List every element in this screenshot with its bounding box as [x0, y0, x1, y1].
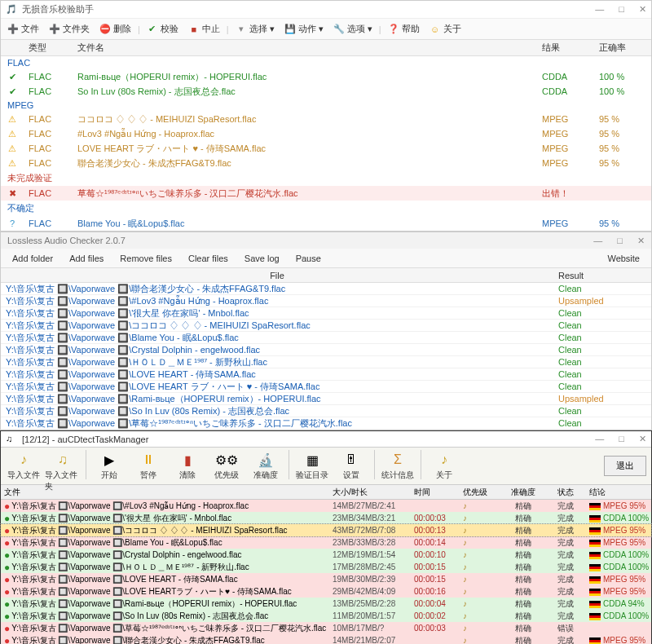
header-result[interactable]: 结果: [537, 42, 594, 54]
add-files-button[interactable]: Add files: [63, 252, 110, 265]
add-folder-button[interactable]: Add folder: [6, 252, 59, 265]
clear-icon: ▮: [178, 450, 197, 470]
cell-time: 00:00:03: [411, 624, 460, 633]
cell-name: Blame You - 眠&Lopu$.flac: [73, 218, 537, 230]
table-row[interactable]: Y:\音乐\复古 🔲\Vaporwave 🔲\聯合老漢少女心 - 朱成杰FFAG…: [1, 283, 651, 295]
table-row[interactable]: ✖FLAC草莓☆¹⁹⁸⁷ᵉᵈᶦᵗᶦᵒⁿいちご味养乐多 - 汉口二厂樱花汽水.fl…: [1, 186, 651, 201]
table-row[interactable]: ✔FLACRami-вьце（HOPERUI remix）- HOPERUI.f…: [1, 69, 651, 84]
minimize-button[interactable]: —: [595, 434, 604, 444]
table-row[interactable]: ● Y:\音乐\复古 🔲\Vaporwave 🔲\Crystal Dolphin…: [1, 549, 651, 561]
table-row[interactable]: ● Y:\音乐\复古 🔲\Vaporwave 🔲\LOVE HEART - 侍琦…: [1, 573, 651, 585]
cell-accuracy: 精确: [500, 635, 545, 645]
clear-files-button[interactable]: Clear files: [182, 252, 235, 265]
header-rate[interactable]: 正确率: [594, 42, 651, 54]
aucdtect-window: ♫ [12/12] - auCDtectTaskManager — □ ✕ ♪导…: [0, 430, 652, 644]
table-row[interactable]: Y:\音乐\复古 🔲\Vaporwave 🔲\Rami-вьце（HOPERUI…: [1, 393, 651, 405]
about-button[interactable]: ♪关于: [426, 450, 462, 481]
table-row[interactable]: Y:\音乐\复古 🔲\Vaporwave 🔲\LOVE HEART - 侍琦SA…: [1, 368, 651, 381]
table-row[interactable]: ● Y:\音乐\复古 🔲\Vaporwave 🔲\So In Luv (80s …: [1, 610, 651, 622]
verify-button[interactable]: ✔校验: [143, 21, 182, 37]
table-row[interactable]: ⚠FLAC#Lov3 #Ngẫu Hứng - Hoaprox.flacMPEG…: [1, 126, 651, 141]
status-dot-icon: ●: [4, 623, 10, 634]
titlebar[interactable]: 🎵 无损音乐校验助手 — □ ✕: [1, 1, 651, 19]
header-type[interactable]: 类型: [24, 42, 73, 54]
table-row[interactable]: ● Y:\音乐\复古 🔲\Vaporwave 🔲\#Lov3 #Ngẫu Hứn…: [1, 500, 651, 512]
titlebar[interactable]: ♫ [12/12] - auCDtectTaskManager — □ ✕: [1, 431, 651, 448]
sliders-icon: 🎚: [341, 450, 361, 470]
file-button[interactable]: ➕文件: [4, 21, 42, 37]
music-note-icon: ♪: [434, 450, 454, 470]
help-button[interactable]: ❓帮助: [385, 21, 423, 37]
cell-file: Y:\音乐\复古 🔲\Vaporwave 🔲\Crystal Dolphin -…: [1, 344, 553, 356]
website-link[interactable]: Website: [601, 252, 646, 265]
table-row[interactable]: Y:\音乐\复古 🔲\Vaporwave 🔲\'很大星 你在家吗' - Mnbo…: [1, 307, 651, 320]
table-row[interactable]: Y:\音乐\复古 🔲\Vaporwave 🔲\ＨＯＬＤ＿ＭＥ¹⁹⁸⁷ - 新野秋…: [1, 356, 651, 368]
header-priority[interactable]: 优先级: [460, 487, 500, 498]
header-name[interactable]: 文件名: [73, 42, 537, 54]
table-row[interactable]: ?FLACBlame You - 眠&Lopu$.flacMPEG95 %: [1, 216, 651, 231]
import-file-button[interactable]: ♪导入文件: [6, 450, 42, 481]
header-accuracy[interactable]: 准确度: [500, 487, 545, 498]
minimize-button[interactable]: —: [595, 4, 604, 15]
select-button[interactable]: ▾选择▾: [232, 21, 278, 37]
table-row[interactable]: Y:\音乐\复古 🔲\Vaporwave 🔲\Blame You - 眠&Lop…: [1, 332, 651, 344]
close-button[interactable]: ✕: [639, 4, 646, 15]
minimize-button[interactable]: —: [593, 236, 602, 246]
table-row[interactable]: ● Y:\音乐\复古 🔲\Vaporwave 🔲\ＨＯＬＤ＿ＭＥ¹⁹⁸⁷ - 新…: [1, 561, 651, 573]
clear-button[interactable]: ▮清除: [170, 450, 205, 481]
cell-status: 错误: [545, 623, 586, 634]
accuracy-button[interactable]: 🔬准确度: [248, 450, 284, 481]
header-status[interactable]: 状态: [545, 487, 586, 498]
priority-button[interactable]: ⚙⚙优先级: [209, 450, 244, 481]
folder-button[interactable]: ➕文件夹: [46, 21, 93, 37]
table-row[interactable]: ● Y:\音乐\复古 🔲\Vaporwave 🔲\草莓☆¹⁹⁸⁷ᵉᵈᶦᵗᶦᵒⁿい…: [1, 622, 651, 634]
remove-files-button[interactable]: Remove files: [113, 252, 178, 265]
options-button[interactable]: 🔧选项▾: [330, 21, 376, 37]
header-size[interactable]: 大小/时长: [329, 487, 411, 498]
cell-priority: ♪: [460, 611, 500, 620]
cell-type: FLAC: [24, 218, 73, 228]
table-row[interactable]: Y:\音乐\复古 🔲\Vaporwave 🔲\草莓☆¹⁹⁸⁷ᵉᵈᶦᵗᶦᵒⁿいちご…: [1, 417, 651, 430]
header-file[interactable]: File: [1, 271, 553, 280]
table-row[interactable]: ● Y:\音乐\复古 🔲\Vaporwave 🔲\LOVE HEARTラブ・ハー…: [1, 585, 651, 598]
maximize-button[interactable]: □: [619, 4, 624, 15]
settings-button[interactable]: 🎚设置: [333, 450, 369, 481]
pause-button[interactable]: Pause: [289, 252, 328, 265]
table-row[interactable]: ⚠FLACココロコ ♢ ♢ ♢ - MEIHUIZI SpaResort.fla…: [1, 112, 651, 126]
verify-dir-button[interactable]: ▦验证目录: [294, 450, 330, 481]
table-row[interactable]: Y:\音乐\复古 🔲\Vaporwave 🔲\#Lov3 #Ngẫu Hứng …: [1, 295, 651, 307]
table-row[interactable]: ✔FLACSo In Luv (80s Remix) - 志国夜总会.flacC…: [1, 84, 651, 99]
close-button[interactable]: ✕: [639, 434, 646, 444]
stop-button[interactable]: ■中止: [185, 21, 223, 37]
action-button[interactable]: 💾动作▾: [281, 21, 327, 37]
about-button[interactable]: ☺关于: [426, 21, 465, 37]
close-button[interactable]: ✕: [637, 236, 645, 246]
table-row[interactable]: Y:\音乐\复古 🔲\Vaporwave 🔲\ココロコ ♢ ♢ ♢ - MEIH…: [1, 320, 651, 332]
table-row[interactable]: Y:\音乐\复古 🔲\Vaporwave 🔲\So In Luv (80s Re…: [1, 405, 651, 417]
header-result[interactable]: Result: [553, 271, 651, 280]
table-row[interactable]: ⚠FLAC聯合老漢少女心 - 朱成杰FFAG&T9.flacMPEG95 %: [1, 156, 651, 170]
table-row[interactable]: ● Y:\音乐\复古 🔲\Vaporwave 🔲\ココロコ ♢ ♢ ♢ - ME…: [1, 524, 651, 536]
table-row[interactable]: ● Y:\音乐\复古 🔲\Vaporwave 🔲\Rami-вьце（HOPER…: [1, 598, 651, 610]
table-row[interactable]: Y:\音乐\复古 🔲\Vaporwave 🔲\LOVE HEART ラブ・ハート…: [1, 381, 651, 393]
maximize-button[interactable]: □: [619, 434, 624, 444]
table-row[interactable]: ● Y:\音乐\复古 🔲\Vaporwave 🔲\'很大星 你在家吗' - Mn…: [1, 512, 651, 524]
titlebar[interactable]: Lossless Audio Checker 2.0.7 — □ ✕: [1, 232, 651, 249]
table-row[interactable]: Y:\音乐\复古 🔲\Vaporwave 🔲\Crystal Dolphin -…: [1, 344, 651, 356]
save-log-button[interactable]: Save log: [238, 252, 286, 265]
header-file[interactable]: 文件: [1, 487, 329, 498]
cell-size: 11MB/20MB/1:57: [329, 611, 411, 620]
table-row[interactable]: ⚠FLACLOVE HEART ラブ・ハート ♥ - 侍琦SAMA.flacMP…: [1, 141, 651, 156]
delete-button[interactable]: ⛔删除: [96, 21, 134, 37]
start-button[interactable]: ▶开始: [91, 450, 127, 481]
table-row[interactable]: ● Y:\音乐\复古 🔲\Vaporwave 🔲\聯合老漢少女心 - 朱成杰FF…: [1, 634, 651, 644]
maximize-button[interactable]: □: [617, 236, 623, 246]
pause-button[interactable]: ⏸暂停: [130, 450, 166, 481]
cell-file: ● Y:\音乐\复古 🔲\Vaporwave 🔲\Blame You - 眠&L…: [1, 537, 329, 549]
exit-button[interactable]: 退出: [604, 456, 646, 476]
table-row[interactable]: ● Y:\音乐\复古 🔲\Vaporwave 🔲\Blame You - 眠&L…: [1, 536, 651, 549]
header-conclusion[interactable]: 结论: [586, 487, 651, 498]
header-time[interactable]: 时间: [411, 487, 460, 498]
window-title: [12/12] - auCDtectTaskManager: [22, 434, 595, 444]
stats-button[interactable]: Σ统计信息: [380, 450, 416, 481]
